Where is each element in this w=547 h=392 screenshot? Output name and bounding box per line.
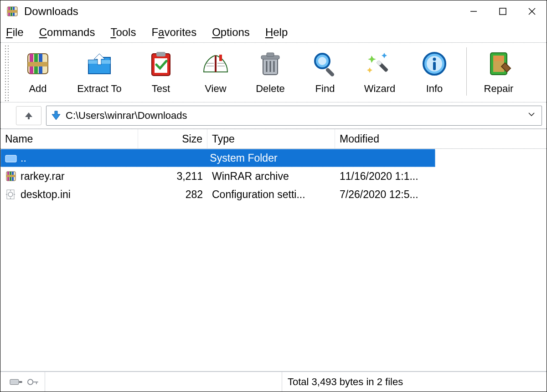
file-list: ..System Folderrarkey.rar3,211WinRAR arc… (0, 149, 547, 372)
toolbar-label: Find (298, 83, 352, 95)
svg-point-52 (28, 379, 33, 384)
find-button[interactable]: Find (298, 45, 352, 95)
rar-icon (5, 170, 17, 182)
toolbar-label: Test (134, 83, 188, 95)
svg-rect-21 (206, 66, 214, 66)
wizard-button[interactable]: Wizard (352, 45, 407, 95)
folder-up-icon (5, 152, 17, 164)
toolbar-label: Delete (243, 83, 298, 95)
toolbar-label: Add (10, 83, 65, 95)
svg-rect-26 (267, 53, 274, 56)
file-name: desktop.ini (21, 188, 71, 201)
svg-rect-41 (493, 56, 504, 61)
file-modified: 11/16/2020 1:1... (335, 170, 440, 183)
svg-rect-50 (10, 379, 19, 384)
svg-rect-32 (325, 67, 335, 77)
menu-commands[interactable]: Commands (39, 26, 95, 39)
path-box[interactable]: C:\Users\winrar\Downloads (46, 106, 542, 126)
find-icon (298, 46, 352, 81)
info-button[interactable]: Info (407, 45, 462, 95)
info-icon (407, 46, 462, 81)
wizard-icon (352, 46, 407, 81)
status-bar: Total 3,493 bytes in 2 files (0, 372, 547, 392)
toolbar-grip[interactable] (4, 45, 9, 102)
svg-rect-22 (217, 66, 225, 66)
disk-icon[interactable] (10, 378, 22, 386)
add-icon (10, 46, 65, 81)
toolbar-separator (466, 47, 467, 96)
file-type: Configuration setti... (207, 188, 335, 201)
toolbar-label: View (188, 83, 243, 95)
down-arrow-icon (50, 110, 62, 122)
table-row[interactable]: desktop.ini282Configuration setti...7/26… (0, 185, 547, 204)
up-button[interactable] (16, 106, 41, 125)
svg-rect-38 (433, 62, 436, 70)
column-header-modified[interactable]: Modified (335, 129, 547, 148)
file-size: 282 (138, 188, 207, 201)
menu-bar: FileCommandsToolsFavoritesOptionsHelp (0, 22, 547, 42)
column-header-type[interactable]: Type (207, 129, 335, 148)
column-header-name[interactable]: Name (0, 129, 138, 148)
title-bar: Downloads (0, 0, 547, 22)
svg-rect-23 (219, 55, 222, 61)
view-button[interactable]: View (188, 45, 243, 95)
test-icon (134, 46, 188, 81)
minimize-button[interactable] (459, 0, 488, 22)
svg-point-31 (318, 57, 326, 65)
svg-rect-20 (217, 63, 225, 64)
toolbar-label: Info (407, 83, 462, 95)
toolbar: AddExtract ToTestViewDeleteFindWizardInf… (0, 42, 547, 102)
menu-tools[interactable]: Tools (110, 26, 136, 39)
svg-rect-19 (206, 63, 214, 64)
test-button[interactable]: Test (134, 45, 188, 95)
window-controls (459, 0, 547, 22)
menu-file[interactable]: File (6, 26, 24, 39)
view-icon (188, 46, 243, 81)
status-total: Total 3,493 bytes in 2 files (282, 372, 543, 392)
svg-rect-47 (6, 175, 15, 177)
file-type: System Folder (205, 152, 331, 164)
path-text: C:\Users\winrar\Downloads (66, 110, 187, 122)
menu-help[interactable]: Help (265, 26, 288, 39)
key-icon[interactable] (27, 378, 39, 386)
file-size: 3,211 (138, 170, 207, 183)
delete-button[interactable]: Delete (243, 45, 298, 95)
ini-icon (5, 188, 17, 200)
repair-icon (471, 46, 526, 81)
svg-rect-51 (19, 381, 22, 383)
column-header-size[interactable]: Size (138, 129, 207, 148)
toolbar-label: Extract To (65, 83, 134, 95)
window-title: Downloads (24, 5, 459, 18)
svg-rect-13 (28, 62, 48, 66)
close-button[interactable] (517, 0, 547, 22)
toolbar-label: Wizard (352, 83, 407, 95)
svg-point-37 (433, 58, 436, 61)
svg-rect-17 (156, 52, 165, 56)
menu-options[interactable]: Options (212, 26, 250, 39)
extract-button[interactable]: Extract To (65, 45, 134, 95)
toolbar-label: Repair (471, 83, 526, 95)
menu-favorites[interactable]: Favorites (151, 26, 196, 39)
extract-icon (65, 46, 134, 81)
svg-rect-18 (215, 56, 217, 72)
column-headers: Name Size Type Modified (0, 129, 547, 149)
svg-rect-6 (500, 8, 506, 15)
status-icons (4, 372, 45, 392)
winrar-icon (6, 5, 19, 18)
table-row[interactable]: ..System Folder (0, 149, 435, 167)
address-bar: C:\Users\winrar\Downloads (0, 102, 547, 129)
file-name: .. (21, 152, 26, 164)
table-row[interactable]: rarkey.rar3,211WinRAR archive11/16/2020 … (0, 167, 547, 185)
svg-rect-42 (5, 155, 16, 162)
chevron-down-icon[interactable] (525, 111, 538, 120)
svg-rect-4 (7, 10, 17, 13)
file-name: rarkey.rar (21, 170, 65, 183)
add-button[interactable]: Add (10, 45, 65, 95)
delete-icon (243, 46, 298, 81)
status-pane-left (45, 372, 282, 392)
file-type: WinRAR archive (207, 170, 335, 183)
file-modified: 7/26/2020 12:5... (335, 188, 440, 201)
maximize-button[interactable] (488, 0, 517, 22)
repair-button[interactable]: Repair (471, 45, 526, 95)
